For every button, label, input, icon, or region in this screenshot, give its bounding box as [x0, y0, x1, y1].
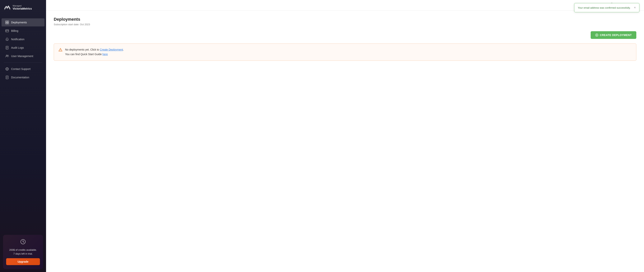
sidebar-item-billing-label: Billing — [11, 29, 18, 32]
audit-logs-icon — [5, 46, 9, 49]
warning-triangle-icon — [58, 48, 62, 54]
create-deployment-icon — [595, 33, 598, 37]
sidebar-item-contact-support-label: Contact Support — [11, 67, 30, 70]
nav-divider — [4, 62, 42, 63]
sidebar-item-documentation-label: Documentation — [11, 76, 29, 79]
svg-line-26 — [23, 242, 24, 242]
create-deployment-button[interactable]: CREATE DEPLOYMENT — [591, 31, 636, 39]
deployments-icon — [5, 21, 9, 24]
sidebar-item-notification[interactable]: Notification — [2, 35, 44, 43]
logo-brand: VictoriaMetrics — [13, 7, 32, 10]
contact-support-icon — [5, 67, 9, 71]
documentation-icon — [5, 76, 9, 79]
logo: Managed VictoriaMetrics — [0, 0, 46, 14]
content-area: Your email address was confirmed success… — [46, 11, 644, 272]
page-title: Deployments — [54, 17, 636, 22]
notification-icon — [5, 37, 9, 41]
sidebar: Managed VictoriaMetrics Deployments Bill… — [0, 0, 46, 272]
svg-rect-0 — [6, 21, 7, 22]
warning-banner: No deployments yet. Click to Create Depl… — [54, 43, 636, 61]
sidebar-item-billing[interactable]: Billing — [2, 27, 44, 35]
page-subtitle: Subscription start date: Oct 2023 — [54, 23, 636, 26]
create-deployment-link[interactable]: Create Deployment — [100, 48, 123, 51]
svg-point-15 — [6, 68, 8, 70]
svg-rect-3 — [7, 23, 9, 24]
sidebar-item-user-management[interactable]: User Management — [2, 52, 44, 60]
logo-text: Managed VictoriaMetrics — [13, 4, 32, 10]
trial-section: 200$ of credits available. 7 days left i… — [0, 232, 46, 272]
svg-point-33 — [60, 51, 61, 51]
sidebar-item-audit-logs-label: Audit Logs — [11, 46, 24, 49]
quick-start-guide-link[interactable]: here — [102, 53, 108, 56]
sidebar-item-audit-logs[interactable]: Audit Logs — [2, 44, 44, 52]
svg-point-13 — [8, 55, 8, 56]
sidebar-item-deployments-label: Deployments — [11, 21, 27, 24]
svg-point-7 — [7, 40, 8, 41]
sidebar-item-user-management-label: User Management — [11, 55, 33, 58]
action-bar: CREATE DEPLOYMENT — [54, 31, 636, 39]
trial-clock-icon — [6, 239, 40, 246]
trial-credits-text: 200$ of credits available. 7 days left i… — [6, 248, 40, 256]
sidebar-item-documentation[interactable]: Documentation — [2, 73, 44, 81]
sidebar-item-notification-label: Notification — [11, 38, 24, 41]
billing-icon — [5, 29, 9, 32]
user-management-icon — [5, 54, 9, 58]
svg-point-12 — [6, 55, 7, 56]
trial-card: 200$ of credits available. 7 days left i… — [3, 235, 43, 269]
upgrade-button[interactable]: Upgrade — [6, 258, 40, 265]
sidebar-nav: Deployments Billing Notification Audit L… — [0, 14, 46, 232]
sidebar-item-deployments[interactable]: Deployments — [2, 18, 44, 26]
warning-text: No deployments yet. Click to Create Depl… — [65, 47, 124, 57]
logo-managed: Managed — [13, 4, 32, 7]
svg-rect-2 — [6, 23, 7, 24]
main-content: Your email address was confirmed success… — [46, 0, 644, 272]
email-confirmation-toast: Your email address was confirmed success… — [574, 11, 640, 12]
header — [46, 0, 644, 11]
logo-icon — [4, 5, 11, 10]
svg-rect-1 — [7, 21, 9, 22]
sidebar-item-contact-support[interactable]: Contact Support — [2, 65, 44, 73]
svg-rect-4 — [6, 30, 9, 32]
